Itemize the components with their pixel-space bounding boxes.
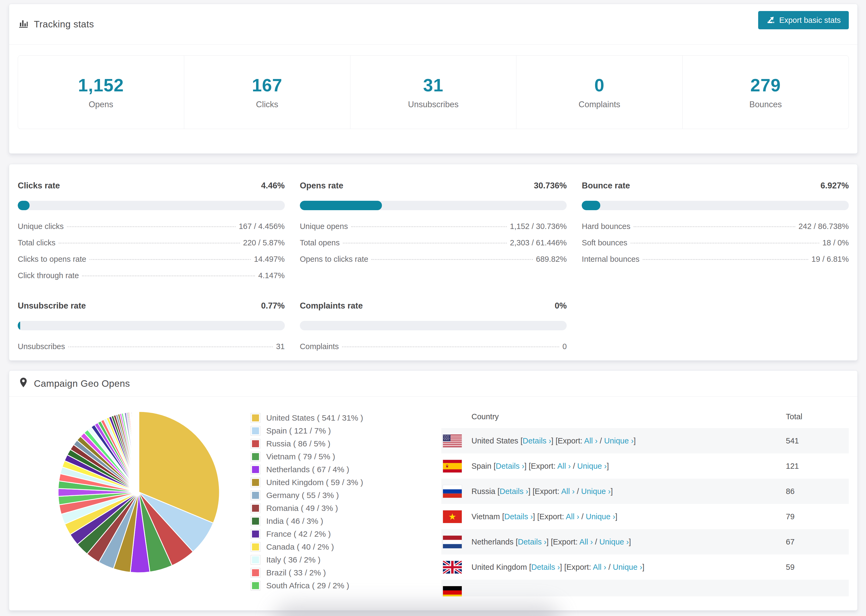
dotted-leader: [342, 346, 559, 347]
legend-item: Netherlands ( 67 / 4% ): [251, 465, 363, 475]
stat-label: Bounces: [749, 100, 782, 109]
dotted-leader: [631, 243, 819, 244]
rate-detail-value: 689.82%: [536, 255, 567, 264]
legend-swatch: [251, 413, 260, 423]
rate-detail-label: Total clicks: [18, 238, 55, 247]
export-unique-link[interactable]: Unique ›: [604, 437, 634, 445]
rate-detail-row: Unique opens1,152 / 30.736%: [300, 222, 567, 231]
rate-detail-value: 2,303 / 61.446%: [510, 238, 567, 247]
rate-detail-label: Soft bounces: [582, 238, 627, 247]
export-icon: [766, 15, 775, 26]
geo-row-text: Vietnam [Details ›] [Export: All › / Uni…: [471, 512, 617, 521]
geo-row-total-cell: 59: [786, 563, 849, 572]
stats-strip: 1,152Opens167Clicks31Unsubscribes0Compla…: [18, 55, 849, 129]
rate-detail-label: Unique opens: [300, 222, 348, 231]
dotted-leader: [351, 226, 507, 227]
progress-track: [300, 321, 567, 330]
export-unique-link[interactable]: Unique ›: [586, 512, 615, 521]
rate-detail-value: 31: [276, 342, 285, 351]
rate-rows: Unique clicks167 / 4.456%Total clicks220…: [18, 222, 285, 280]
bar-chart-icon: [18, 17, 29, 31]
geo-row-total-cell: 67: [786, 537, 849, 546]
dotted-leader: [343, 243, 507, 244]
rate-detail-value: 220 / 5.87%: [243, 238, 285, 247]
stat-card: 167Clicks: [184, 56, 350, 129]
geo-row-text: Russia [Details ›] [Export: All › / Uniq…: [471, 487, 612, 496]
geo-row-country-cell: United States [Details ›] [Export: All ›…: [441, 435, 786, 447]
rate-value: 4.46%: [261, 181, 285, 190]
details-link[interactable]: Details ›: [523, 437, 551, 445]
legend-item: India ( 46 / 3% ): [251, 516, 363, 526]
rate-header: Unsubscribe rate0.77%: [18, 301, 285, 311]
tracking-stats-title: Tracking stats: [18, 17, 94, 31]
flag-ru-icon: [443, 485, 462, 498]
export-all-link[interactable]: All ›: [566, 512, 579, 521]
progress-track: [300, 201, 567, 210]
stat-label: Complaints: [578, 100, 620, 109]
legend-label: South Africa ( 29 / 2% ): [266, 581, 349, 590]
progress-track: [18, 201, 285, 210]
progress-fill: [18, 201, 30, 210]
legend-swatch: [251, 503, 260, 513]
bracket-text: ]: [615, 512, 617, 521]
details-link[interactable]: Details ›: [504, 512, 533, 521]
export-unique-link[interactable]: Unique ›: [599, 537, 629, 546]
legend-label: Germany ( 55 / 3% ): [266, 491, 339, 500]
bracket-text: [: [502, 512, 504, 521]
geo-row-country-cell: Spain [Details ›] [Export: All › / Uniqu…: [441, 460, 786, 473]
rate-title: Complaints rate: [300, 301, 363, 311]
details-link[interactable]: Details ›: [500, 487, 528, 496]
details-link[interactable]: Details ›: [531, 563, 560, 571]
stat-value: 279: [750, 75, 781, 96]
column-header-total: Total: [786, 412, 802, 421]
legend-item: South Africa ( 29 / 2% ): [251, 581, 363, 591]
legend-label: Italy ( 36 / 2% ): [266, 555, 321, 564]
export-all-link[interactable]: All ›: [593, 563, 606, 571]
bottom-shadow-blob: [274, 604, 559, 616]
export-all-link[interactable]: All ›: [557, 462, 571, 470]
legend-label: United States ( 541 / 31% ): [266, 413, 363, 423]
tracking-stats-title-text: Tracking stats: [34, 19, 94, 30]
geo-table-row: Russia [Details ›] [Export: All › / Uniq…: [441, 479, 849, 504]
bracket-text: ]: [642, 563, 644, 571]
geo-table-row-partial: [441, 580, 849, 596]
rate-detail-label: Clicks to opens rate: [18, 255, 86, 264]
export-all-link[interactable]: All ›: [561, 487, 575, 496]
stat-card: 31Unsubscribes: [350, 56, 516, 129]
details-link[interactable]: Details ›: [496, 462, 524, 470]
rate-detail-row: Unique clicks167 / 4.456%: [18, 222, 285, 231]
export-unique-link[interactable]: Unique ›: [581, 487, 611, 496]
dotted-leader: [82, 275, 255, 276]
dotted-leader: [58, 243, 240, 244]
legend-swatch: [251, 452, 260, 462]
export-all-link[interactable]: All ›: [579, 537, 593, 546]
country-name: Russia: [471, 487, 498, 496]
country-name: United States: [471, 437, 520, 445]
map-pin-icon: [18, 377, 29, 390]
rate-detail-row: Total clicks220 / 5.87%: [18, 238, 285, 247]
rate-value: 6.927%: [820, 181, 849, 190]
rate-detail-row: Soft bounces18 / 0%: [582, 238, 849, 247]
stat-card: 279Bounces: [682, 56, 849, 129]
geo-row-country-cell: Vietnam [Details ›] [Export: All › / Uni…: [441, 511, 786, 523]
rate-detail-value: 18 / 0%: [822, 238, 849, 247]
export-unique-link[interactable]: Unique ›: [612, 563, 642, 571]
legend-label: Romania ( 49 / 3% ): [266, 504, 338, 513]
details-link[interactable]: Details ›: [518, 537, 546, 546]
bracket-text: ]: [611, 487, 612, 496]
bracket-text: ] [Export:: [551, 437, 584, 445]
legend-swatch: [251, 426, 260, 436]
geo-row-country-cell: Russia [Details ›] [Export: All › / Uniq…: [441, 485, 786, 498]
rate-rows: Complaints0: [300, 342, 567, 351]
geo-row-total-cell: 79: [786, 512, 849, 521]
rate-detail-value: 0: [562, 342, 567, 351]
geo-row-total-cell: 86: [786, 487, 849, 496]
export-basic-stats-button[interactable]: Export basic stats: [758, 11, 849, 29]
rates-card: Clicks rate4.46%Unique clicks167 / 4.456…: [9, 164, 858, 361]
export-unique-link[interactable]: Unique ›: [577, 462, 607, 470]
rate-rows: Unique opens1,152 / 30.736%Total opens2,…: [300, 222, 567, 264]
geo-table: Country Total United States [Details ›] …: [441, 405, 849, 596]
rate-detail-row: Click through rate4.147%: [18, 271, 285, 280]
geo-row-text: Netherlands [Details ›] [Export: All › /…: [471, 537, 631, 546]
export-all-link[interactable]: All ›: [584, 437, 598, 445]
